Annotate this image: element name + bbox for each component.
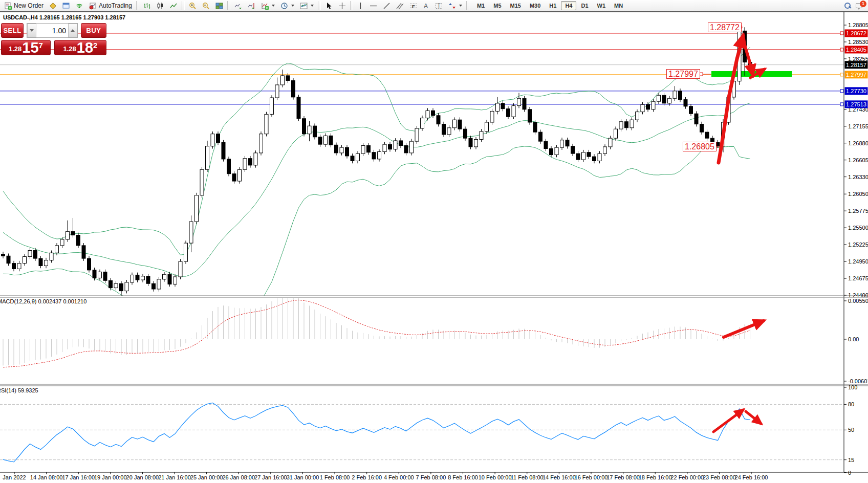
timeframe-button-m1[interactable]: M1	[473, 1, 489, 10]
timeframe-button-h1[interactable]: H1	[545, 1, 560, 10]
bear-candle	[302, 119, 306, 134]
red-annotation-arrow[interactable]	[746, 411, 761, 424]
timeframe-button-d1[interactable]: D1	[577, 1, 592, 10]
periods-button[interactable]	[278, 1, 297, 11]
axis-tick-label: 14 Feb 16:00	[542, 474, 576, 480]
price-callout-high[interactable]: 1.28772	[708, 23, 742, 32]
buy-button[interactable]: BUY	[81, 23, 106, 38]
rsi-indicator-label: RSI(14) 59.9325	[0, 387, 38, 393]
bull-candle	[50, 253, 53, 260]
toolbar-separator	[466, 1, 469, 10]
templates-button[interactable]	[297, 1, 316, 11]
bear-candle	[146, 276, 150, 283]
sell-price-sup: 7	[39, 41, 43, 50]
notifications-button[interactable]: 1	[856, 2, 864, 10]
new-order-button[interactable]: New Order	[2, 1, 46, 11]
price-axis-badge-label: 1.28405	[846, 47, 866, 53]
bear-candle	[464, 129, 467, 138]
line-end-square[interactable]	[840, 32, 843, 35]
tile-windows-button[interactable]	[213, 1, 226, 11]
volume-decrease-button[interactable]	[27, 24, 36, 37]
line-end-square[interactable]	[840, 73, 843, 76]
bear-candle	[292, 80, 295, 97]
bear-candle	[533, 122, 537, 132]
axis-tick-label: 4 Feb 00:00	[384, 474, 414, 480]
axis-tick-label: 26 Jan 08:00	[222, 474, 255, 480]
line-chart-button[interactable]	[167, 1, 180, 11]
new-order-label: New Order	[14, 2, 44, 9]
bar-chart-icon	[143, 2, 151, 10]
bull-candle	[259, 134, 263, 153]
crosshair-tool-button[interactable]	[336, 1, 349, 11]
red-annotation-arrow[interactable]	[713, 410, 743, 432]
svg-text:T: T	[437, 3, 440, 9]
text-tool-button[interactable]: A	[420, 1, 432, 11]
label-tool-button[interactable]: T	[432, 1, 445, 11]
bull-candle	[243, 159, 247, 170]
bull-candle	[512, 106, 515, 117]
callout-anchor-square[interactable]	[700, 73, 703, 76]
red-annotation-arrow[interactable]	[719, 36, 743, 163]
axis-tick-label: -0.006018	[848, 378, 868, 384]
chart-canvas[interactable]: 1.288051.285301.282551.274301.271551.268…	[0, 0, 868, 483]
bear-candle	[216, 134, 220, 143]
axis-tick-label: 21 Jan 16:00	[158, 474, 191, 480]
metaeditor-button[interactable]	[47, 1, 59, 11]
text-label-icon: T	[435, 2, 443, 10]
bull-candle	[206, 146, 209, 170]
line-end-square[interactable]	[840, 103, 843, 106]
bear-candle	[523, 98, 526, 109]
price-callout-level[interactable]: 1.27997	[666, 69, 700, 79]
indicators-button[interactable]	[258, 1, 277, 11]
data-window-button[interactable]	[60, 1, 73, 11]
arrows-dropdown-caret	[459, 5, 462, 7]
sell-price-box[interactable]: 1.28 15 7	[1, 40, 51, 55]
price-callout-low[interactable]: 1.26805	[683, 142, 717, 151]
trendline-tool-button[interactable]	[380, 1, 393, 11]
autotrading-button[interactable]: AutoTrading	[86, 1, 135, 11]
sell-button[interactable]: SELL	[1, 23, 24, 38]
timeframe-button-m15[interactable]: M15	[506, 1, 525, 10]
zoom-in-button[interactable]	[186, 1, 199, 11]
timeframe-button-m5[interactable]: M5	[489, 1, 505, 10]
timeframe-button-w1[interactable]: W1	[593, 1, 610, 10]
arrows-tool-button[interactable]	[446, 1, 465, 11]
auto-scroll-button[interactable]	[232, 1, 245, 11]
axis-tick-label: 27 Jan 16:00	[254, 474, 287, 480]
zoom-out-button[interactable]	[200, 1, 212, 11]
line-end-square[interactable]	[840, 48, 843, 51]
vertical-line-tool-button[interactable]	[355, 1, 366, 11]
price-axis-badge-label: 1.27513	[846, 101, 866, 107]
signals-button[interactable]	[73, 1, 86, 11]
volume-input[interactable]	[36, 24, 68, 37]
bear-candle	[431, 111, 435, 116]
bull-candle	[60, 239, 64, 246]
bull-candle	[179, 261, 182, 277]
axis-tick-label: 25 Jan 00:00	[190, 474, 223, 480]
fibonacci-tool-button[interactable]: F	[407, 1, 420, 11]
chart-shift-button[interactable]	[245, 1, 258, 11]
bear-candle	[399, 141, 403, 146]
bull-candle	[270, 98, 274, 114]
search-icon[interactable]	[844, 2, 852, 10]
bull-candle	[141, 276, 145, 280]
timeframe-button-mn[interactable]: MN	[610, 1, 627, 10]
axis-tick-label: 20 Jan 08:00	[126, 474, 159, 480]
bar-chart-button[interactable]	[141, 1, 154, 11]
cursor-tool-button[interactable]	[322, 1, 335, 11]
bollinger-lower-band	[3, 146, 750, 352]
bear-candle	[587, 152, 591, 157]
bull-candle	[17, 264, 21, 269]
bear-candle	[120, 283, 123, 291]
bear-candle	[646, 104, 650, 109]
volume-increase-button[interactable]	[68, 24, 77, 37]
red-annotation-arrow[interactable]	[724, 321, 764, 337]
svg-text:F: F	[412, 4, 415, 9]
buy-price-box[interactable]: 1.28 18 2	[54, 40, 106, 55]
timeframe-button-h4[interactable]: H4	[561, 1, 576, 10]
horizontal-line-tool-button[interactable]	[367, 1, 380, 11]
timeframe-button-m30[interactable]: M30	[526, 1, 545, 10]
line-end-square[interactable]	[840, 90, 843, 93]
candlestick-chart-button[interactable]	[154, 1, 167, 11]
channel-tool-button[interactable]	[394, 1, 406, 11]
